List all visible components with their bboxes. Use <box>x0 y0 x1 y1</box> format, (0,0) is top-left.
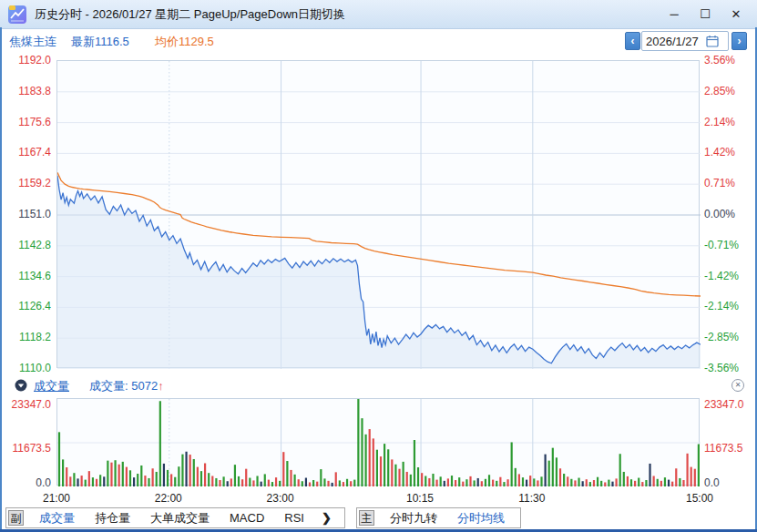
time-axis-label: 15:00 <box>686 492 713 505</box>
volume-bar <box>350 481 352 486</box>
volume-bar <box>679 478 680 486</box>
pct-axis-label: -3.56% <box>704 362 739 374</box>
volume-bar <box>675 468 677 486</box>
volume-bar <box>77 478 78 486</box>
app-icon <box>7 5 27 25</box>
date-picker[interactable] <box>641 31 729 51</box>
volume-bar <box>302 481 303 486</box>
close-pane-icon[interactable]: ✕ <box>731 379 744 392</box>
volume-axis-label: 0.0 <box>0 476 51 489</box>
volume-bar <box>238 476 240 486</box>
price-axis-label: 1126.4 <box>0 300 51 312</box>
volume-bar <box>552 448 554 486</box>
volume-bar <box>630 479 632 486</box>
maximize-button[interactable]: ☐ <box>690 3 721 26</box>
sub-indicator-tab-1[interactable]: 持仓量 <box>85 510 140 527</box>
volume-bar <box>81 476 83 486</box>
volume-bar <box>85 480 87 486</box>
sub-indicator-tab-4[interactable]: RSI <box>274 511 314 525</box>
volume-bar <box>62 459 64 486</box>
volume-axis-label: 11673.5 <box>704 442 743 455</box>
volume-bar <box>604 482 606 486</box>
volume-bar <box>488 475 490 486</box>
volume-bar <box>540 476 542 486</box>
price-axis-label: 1134.6 <box>0 270 51 282</box>
volume-pane-title[interactable]: 成交量 <box>34 378 69 394</box>
volume-bar <box>92 477 94 486</box>
minimize-button[interactable]: ─ <box>659 3 690 26</box>
calendar-icon[interactable] <box>706 35 719 47</box>
pct-axis-label: -2.14% <box>704 300 739 312</box>
volume-bar <box>518 474 520 486</box>
sub-indicator-badge: 副 <box>8 510 24 526</box>
volume-bar <box>309 482 311 486</box>
volume-bar <box>126 467 128 486</box>
time-axis-label: 11:30 <box>518 492 545 505</box>
volume-bar <box>73 473 75 486</box>
volume-bar <box>107 461 108 486</box>
volume-bar <box>144 476 146 486</box>
close-button[interactable]: ✕ <box>721 3 752 26</box>
volume-bar <box>357 399 359 486</box>
volume-chart-plot[interactable] <box>56 398 700 486</box>
volume-bar <box>586 479 588 486</box>
price-axis-label: 1110.0 <box>0 362 51 374</box>
next-day-button[interactable]: › <box>731 32 747 50</box>
volume-bar <box>529 476 531 486</box>
volume-axis-label: 11673.5 <box>0 442 51 455</box>
volume-bar <box>698 445 700 486</box>
volume-bar <box>611 482 613 486</box>
prev-day-button[interactable]: ‹ <box>625 32 640 50</box>
volume-bar <box>361 418 363 486</box>
volume-bar <box>268 480 270 486</box>
main-indicator-tab-0[interactable]: 分时九转 <box>380 510 447 527</box>
volume-bar <box>118 465 120 486</box>
main-indicator-badge: 主 <box>359 510 374 526</box>
volume-bar <box>249 478 251 486</box>
volume-bar <box>211 476 213 486</box>
volume-bar <box>312 480 314 486</box>
volume-bar <box>533 478 535 486</box>
main-indicator-tab-1[interactable]: 分时均线 <box>447 510 515 527</box>
collapse-pane-icon[interactable] <box>15 379 27 392</box>
pct-axis-label: -1.42% <box>704 270 739 282</box>
volume-bar <box>615 478 617 486</box>
volume-bar <box>178 466 179 486</box>
more-indicators-arrow[interactable]: ❯ <box>314 511 339 525</box>
volume-bar <box>406 472 408 486</box>
volume-bar <box>691 467 692 486</box>
title-bar: 历史分时 - 2026/01/27 星期二 PageUp/PageDown日期切… <box>0 0 757 29</box>
volume-bar <box>537 480 538 486</box>
volume-bar <box>619 454 621 486</box>
volume-bar <box>440 476 442 486</box>
volume-bar <box>682 480 684 486</box>
volume-axis-label: 23347.0 <box>704 398 743 411</box>
pct-axis-label: 0.71% <box>704 177 735 189</box>
time-axis: 21:0022:0023:0010:1511:3015:00 <box>2 489 755 507</box>
volume-bar <box>227 481 229 486</box>
date-input[interactable] <box>646 35 706 48</box>
volume-bar <box>570 479 572 486</box>
volume-bar <box>391 459 393 486</box>
sub-indicator-tab-2[interactable]: 大单成交量 <box>140 510 220 527</box>
price-axis-label: 1183.8 <box>0 85 51 97</box>
volume-axis-label: 0.0 <box>704 476 720 489</box>
volume-bar <box>316 482 318 486</box>
time-axis-label: 22:00 <box>155 492 182 505</box>
sub-indicator-tab-3[interactable]: MACD <box>220 511 274 525</box>
volume-bar <box>522 477 524 486</box>
volume-bar <box>185 452 187 486</box>
volume-bar <box>230 478 232 486</box>
volume-bar <box>593 480 595 486</box>
volume-bar <box>465 479 467 486</box>
sub-indicator-tab-0[interactable]: 成交量 <box>29 510 85 527</box>
volume-bar <box>99 475 101 486</box>
volume-bar <box>129 470 131 486</box>
window-title: 历史分时 - 2026/01/27 星期二 PageUp/PageDown日期切… <box>35 6 659 23</box>
volume-current: 成交量: 5072↑ <box>89 378 164 394</box>
price-chart-plot[interactable] <box>56 60 700 368</box>
price-axis-label: 1118.2 <box>0 331 51 343</box>
main-indicator-group: 主 分时九转分时均线 <box>356 507 521 528</box>
volume-bar <box>567 476 568 486</box>
volume-bar <box>170 474 172 486</box>
